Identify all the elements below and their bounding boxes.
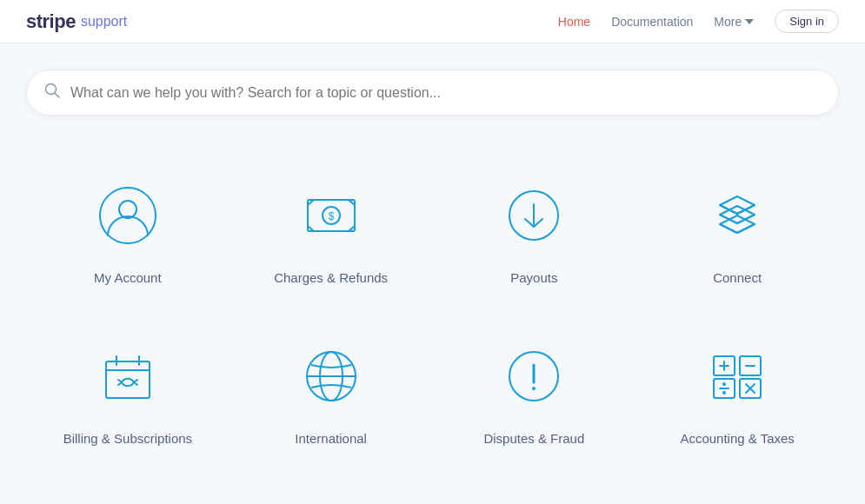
category-charges-refunds[interactable]: $ Charges & Refunds	[230, 150, 433, 311]
payouts-label: Payouts	[510, 270, 557, 285]
category-connect[interactable]: Connect	[635, 150, 839, 311]
svg-point-26	[722, 382, 726, 386]
category-payouts[interactable]: Payouts	[433, 150, 636, 311]
accounting-label: Accounting & Taxes	[680, 431, 794, 446]
search-input[interactable]	[70, 85, 821, 101]
nav-more[interactable]: More	[714, 15, 754, 29]
nav: Home Documentation More Sign in	[558, 10, 839, 33]
charges-refunds-icon: $	[292, 176, 370, 255]
svg-point-27	[722, 391, 726, 395]
svg-rect-9	[106, 361, 150, 398]
international-label: International	[295, 431, 367, 446]
search-section	[0, 43, 865, 133]
accounting-icon	[698, 337, 776, 415]
logo-stripe: stripe	[26, 10, 76, 33]
svg-text:$: $	[328, 210, 334, 222]
category-accounting[interactable]: Accounting & Taxes	[635, 311, 839, 472]
billing-label: Billing & Subscriptions	[63, 431, 192, 446]
disputes-label: Disputes & Fraud	[483, 431, 584, 446]
nav-docs[interactable]: Documentation	[611, 15, 693, 29]
category-my-account[interactable]: My Account	[26, 150, 230, 311]
international-icon	[292, 337, 370, 415]
svg-line-1	[55, 93, 59, 97]
svg-point-18	[532, 387, 536, 390]
my-account-label: My Account	[94, 270, 162, 285]
billing-icon	[89, 337, 167, 415]
header: stripe support Home Documentation More S…	[0, 0, 865, 43]
payouts-icon	[495, 176, 573, 255]
disputes-icon	[495, 337, 573, 415]
category-disputes[interactable]: Disputes & Fraud	[433, 311, 636, 472]
search-icon	[44, 83, 60, 103]
logo-support: support	[81, 14, 127, 30]
sign-in-button[interactable]: Sign in	[775, 10, 839, 33]
my-account-icon	[89, 176, 167, 255]
connect-label: Connect	[713, 270, 762, 285]
category-billing[interactable]: Billing & Subscriptions	[26, 311, 230, 472]
connect-icon	[698, 176, 776, 255]
logo: stripe support	[26, 10, 127, 33]
search-bar	[26, 70, 839, 116]
charges-refunds-label: Charges & Refunds	[274, 270, 388, 285]
nav-home[interactable]: Home	[558, 15, 590, 29]
chevron-down-icon	[745, 19, 754, 24]
nav-more-label: More	[714, 15, 742, 29]
category-international[interactable]: International	[230, 311, 433, 472]
categories-grid: My Account $ Charges & Refunds	[0, 133, 865, 498]
